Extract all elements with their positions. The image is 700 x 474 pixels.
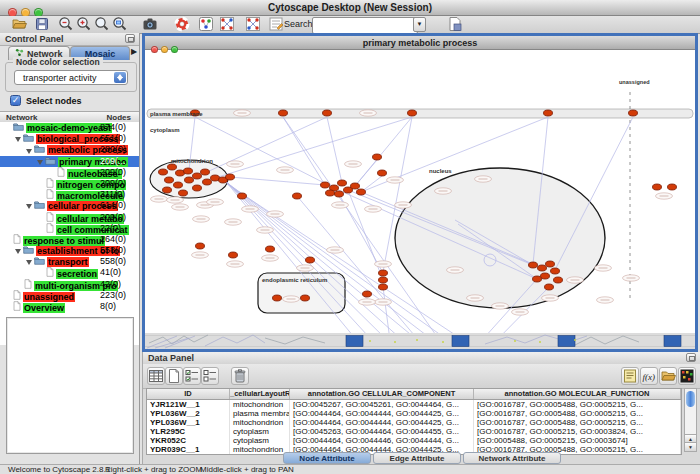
strip-selected-block[interactable] [346,336,363,347]
network-node[interactable] [379,284,388,290]
network-node[interactable] [554,277,563,283]
window-titlebar[interactable]: Cytoscape Desktop (New Session) [0,0,700,16]
network-node[interactable] [229,252,238,258]
search-input[interactable] [312,17,418,34]
network-node[interactable] [306,257,315,263]
notes-icon-button[interactable] [621,367,639,385]
tab-overflow-arrow[interactable]: ▶ [131,47,137,56]
network-node[interactable] [321,182,330,188]
scroll-down-button[interactable]: ▼ [685,442,696,451]
zoom-out-icon-button[interactable] [58,16,75,32]
tree-row-cellular-process[interactable]: cellular process614(0) [0,200,139,211]
network-canvas[interactable]: plasma membranecytoplasmmitochondrionnuc… [145,50,695,349]
tree-row-transport[interactable]: transport558(0) [0,256,139,267]
tree-row-metabolic-process[interactable]: metabolic process280(0) [0,144,139,155]
annotation-icon-button[interactable] [268,16,285,32]
disclosure-triangle-icon[interactable] [15,137,21,142]
import-table-icon-button[interactable] [659,367,677,385]
attribute-grid-icon-button[interactable] [147,367,165,385]
network-node[interactable] [529,262,538,268]
float-data-panel-icon[interactable] [686,353,696,362]
network-node[interactable] [335,191,344,197]
network-node[interactable] [541,273,550,279]
disclosure-triangle-icon[interactable] [26,204,32,209]
tree-row-overview[interactable]: Overview8(0) [0,301,139,312]
column-header[interactable]: ID [147,389,230,399]
help-icon-button[interactable] [174,16,191,32]
tree-column-network[interactable]: Network [6,113,38,122]
network-node[interactable] [544,110,553,116]
network-node[interactable] [323,110,332,116]
open-icon-button[interactable] [11,16,28,32]
disclosure-triangle-icon[interactable] [26,260,32,265]
table-row[interactable]: YLR295Ccytoplasm[GO:0045263, GO:0044464,… [147,427,681,436]
network-node[interactable] [338,180,347,186]
table-row[interactable]: YPL036W__1mitochondrion[GO:0044464, GO:0… [147,418,681,427]
plasma-membrane-region[interactable] [147,109,693,118]
network-view-titlebar[interactable]: primary metabolic process [145,36,695,50]
network-node[interactable] [363,291,372,297]
network-node[interactable] [545,284,554,290]
network-node[interactable] [379,270,388,276]
column-header[interactable]: annotation.GO MOLECULAR_FUNCTION [474,389,681,399]
tree-row-unassigned[interactable]: unassigned223(0) [0,290,139,301]
network-node[interactable] [668,184,677,190]
tree-row-macromolecule[interactable]: macromolecule311(0) [0,189,139,200]
zoom-fit-icon-button[interactable] [94,16,111,32]
nucleus-region[interactable] [395,168,605,308]
vizmapper-icon-button[interactable] [198,16,215,32]
birds-eye-view[interactable] [6,317,134,454]
network-node[interactable] [546,261,555,267]
table-row[interactable]: YPL036W__2plasma membrane[GO:0044464, GO… [147,409,681,418]
strip-selected-block[interactable] [452,336,469,347]
tab-node-attribute-browser[interactable]: Node Attribute Browser [283,452,371,464]
tree-row-response-to-stimul[interactable]: response to stimul264(0) [0,234,139,245]
unselect-columns-icon-button[interactable] [201,367,219,385]
network-node[interactable] [168,164,177,170]
disclosure-triangle-icon[interactable] [26,149,32,154]
node-color-dropdown[interactable]: transporter activity [14,70,128,85]
network-node[interactable] [196,243,205,249]
network-node[interactable] [238,193,247,199]
network-node[interactable] [326,190,335,196]
network-view-window[interactable]: primary metabolic process plasma membran… [142,33,698,352]
network-node[interactable] [193,173,202,179]
tab-edge-attribute-browser[interactable]: Edge Attribute Browser [373,452,461,464]
network-node[interactable] [373,154,382,160]
column-header[interactable]: _cellularLayoutRegion [230,389,290,399]
network-node[interactable] [379,277,388,283]
network-node[interactable] [378,170,387,176]
tab-network-attribute-browser[interactable]: Network Attribute Browser [463,452,561,464]
network-node[interactable] [174,182,183,188]
tree-row-nitrogen-compo[interactable]: nitrogen compo209(0) [0,178,139,189]
network-node[interactable] [533,276,542,282]
zoom-in-icon-button[interactable] [76,16,93,32]
network-node[interactable] [266,246,275,252]
network-node[interactable] [159,169,168,175]
tree-row-biological-process[interactable]: biological_process651(0) [0,133,139,144]
float-panel-icon[interactable] [125,34,135,43]
tree-row-multi-organism-pro[interactable]: multi-organism pro42(0) [0,279,139,290]
scrollbar-thumb[interactable] [686,391,695,407]
network-node[interactable] [351,183,360,189]
network-node[interactable] [226,174,235,180]
network-node[interactable] [551,268,560,274]
tree-row-primary-metabo[interactable]: primary metabo209(... [0,156,139,167]
select-columns-icon-button[interactable] [183,367,201,385]
network-node[interactable] [653,184,662,190]
tree-row-mosaic-demo-yeast[interactable]: mosaic-demo-yeast874(0) [0,122,139,133]
snapshot-icon-button[interactable] [142,16,159,32]
disclosure-triangle-icon[interactable] [37,160,43,165]
network-node[interactable] [185,177,194,183]
strip-selected-block[interactable] [558,336,575,347]
tree-row-nucleobase-[interactable]: nucleobase-209(0) [0,167,139,178]
network-node[interactable] [538,265,547,271]
session-icon-button[interactable] [447,16,464,32]
search-dropdown-arrow[interactable]: ▼ [413,17,426,32]
network-node[interactable] [357,189,366,195]
disclosure-triangle-icon[interactable] [15,249,21,254]
column-header[interactable]: annotation.GO CELLULAR_COMPONENT [290,389,474,399]
tree-column-nodes[interactable]: Nodes [107,113,131,122]
network-node[interactable] [408,110,417,116]
network-node[interactable] [293,193,302,199]
